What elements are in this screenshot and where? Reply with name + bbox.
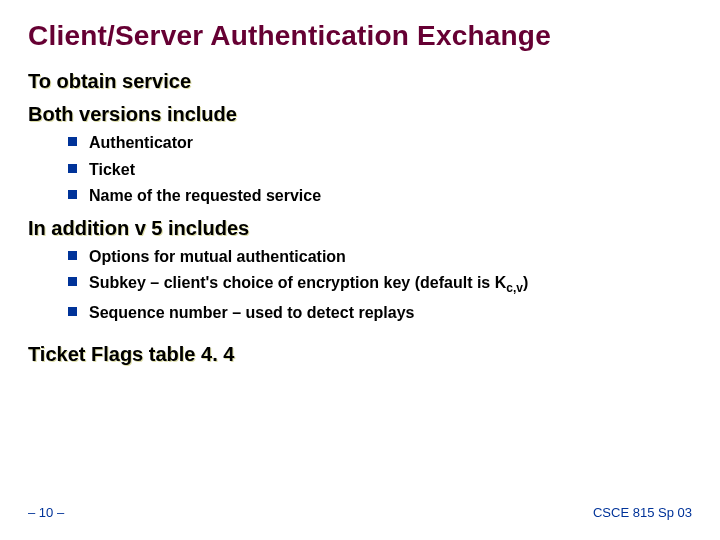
bullet-square-icon (68, 190, 77, 199)
heading-obtain-service: To obtain service (28, 70, 692, 93)
subkey-post: ) (523, 274, 528, 291)
heading-both-versions: Both versions include (28, 103, 692, 126)
bullet-square-icon (68, 164, 77, 173)
heading-v5-includes: In addition v 5 includes (28, 217, 692, 240)
bullet-square-icon (68, 137, 77, 146)
list-item: Authenticator (68, 132, 692, 154)
subkey-pre: Subkey – client's choice of encryption k… (89, 274, 506, 291)
bullet-square-icon (68, 277, 77, 286)
bullet-text: Sequence number – used to detect replays (89, 302, 414, 324)
bullet-text: Ticket (89, 159, 135, 181)
list-item: Options for mutual authentication (68, 246, 692, 268)
slide-title: Client/Server Authentication Exchange (28, 20, 692, 52)
slide-footer: – 10 – CSCE 815 Sp 03 (28, 505, 692, 520)
list-v5-includes: Options for mutual authentication Subkey… (68, 246, 692, 324)
bullet-text-subkey: Subkey – client's choice of encryption k… (89, 272, 528, 296)
list-item: Subkey – client's choice of encryption k… (68, 272, 692, 296)
bullet-square-icon (68, 307, 77, 316)
course-label: CSCE 815 Sp 03 (593, 505, 692, 520)
list-item: Ticket (68, 159, 692, 181)
bullet-square-icon (68, 251, 77, 260)
list-both-versions: Authenticator Ticket Name of the request… (68, 132, 692, 207)
list-item: Name of the requested service (68, 185, 692, 207)
subkey-subscript: c,v (506, 282, 523, 296)
heading-ticket-flags: Ticket Flags table 4. 4 (28, 343, 692, 366)
bullet-text: Name of the requested service (89, 185, 321, 207)
bullet-text: Authenticator (89, 132, 193, 154)
page-number: – 10 – (28, 505, 64, 520)
bullet-text: Options for mutual authentication (89, 246, 346, 268)
list-item: Sequence number – used to detect replays (68, 302, 692, 324)
